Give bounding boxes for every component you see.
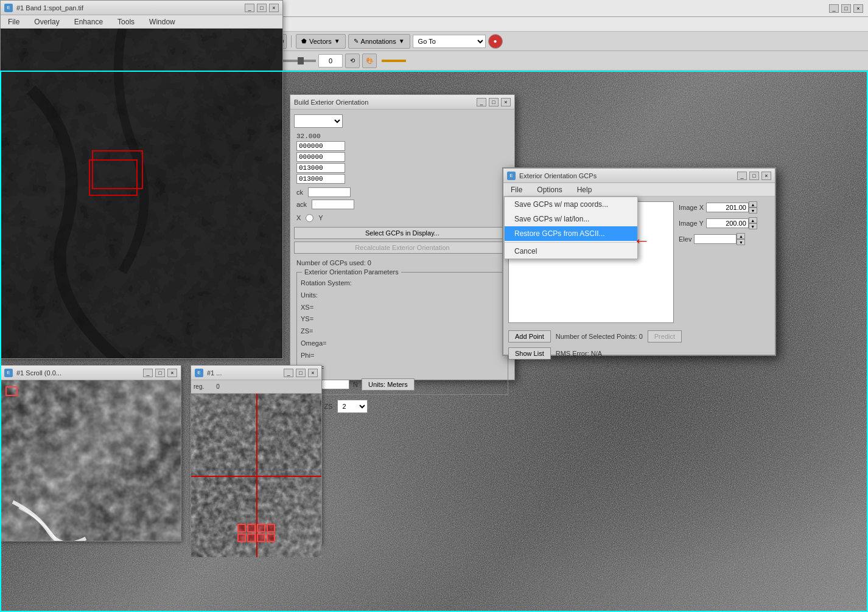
brightness-slider-handle[interactable] [298, 57, 304, 64]
gcp-menu-help[interactable]: Help [575, 184, 595, 195]
zoom-select-bottom[interactable]: 2 [337, 400, 368, 413]
roi-rectangle [89, 159, 138, 196]
gcp-close[interactable]: × [761, 172, 771, 180]
image-x-up[interactable]: ▲ [749, 201, 757, 207]
tb2-btn8[interactable]: ⟲ [345, 54, 360, 68]
zoom-window: E #1 ... _ □ × reg. 0 [191, 365, 322, 544]
profile-btn[interactable]: ● [488, 34, 503, 49]
elev-label: Elev [679, 235, 691, 243]
predict-btn[interactable]: Predict [648, 330, 682, 343]
selected-points-label: Number of Selected Points: 0 [556, 333, 643, 340]
show-list-btn[interactable]: Show List [508, 347, 551, 360]
band1-menu-overlay[interactable]: Overlay [32, 16, 61, 27]
gcp-title-bar: E Exterior Orientation GCPs _ □ × [503, 169, 775, 183]
image-x-label: Image X [679, 204, 704, 211]
phi-label: Phi= [301, 352, 314, 359]
select-gcps-btn[interactable]: Select GCPs in Display... [294, 227, 511, 239]
zoom-image-area [191, 394, 321, 557]
image-x-input[interactable]: 201.00 [706, 203, 749, 212]
add-point-btn[interactable]: Add Point [508, 330, 551, 343]
ys-label: YS= [301, 315, 313, 322]
save-gcps-map-item[interactable]: Save GCPs w/ map coords... [505, 197, 637, 212]
orient-title-bar: Build Exterior Orientation _ □ × [290, 95, 514, 110]
band1-image-area [1, 29, 282, 358]
band1-title-bar: E #1 Band 1:spot_pan.tif _ □ × [1, 1, 282, 15]
orient-maximize[interactable]: □ [489, 98, 499, 106]
radio-label-y: Y [318, 214, 323, 222]
gcp-menu-options[interactable]: Options [534, 184, 564, 195]
vectors-label: Vectors [309, 38, 332, 45]
band1-menu-window[interactable]: Window [147, 16, 178, 27]
ack-label: ack [296, 201, 307, 208]
xs-label: XS= [301, 304, 313, 311]
bottom-zoom-row: XS YS ZS 2 [294, 397, 511, 416]
omega-label: Omega= [301, 339, 327, 347]
input-013000-2[interactable] [296, 174, 345, 184]
zoom-maximize[interactable]: □ [296, 369, 306, 377]
elev-row: Elev ▲ ▼ [679, 233, 770, 245]
elev-down[interactable]: ▼ [737, 239, 745, 245]
ck-row: ck 0.0000 [294, 187, 511, 197]
save-gcps-latlot-item[interactable]: Save GCPs w/ lat/lon... [505, 212, 637, 226]
red-arrow-indicator: ← [633, 231, 650, 251]
scroll-close[interactable]: × [167, 369, 177, 377]
zbox-1 [237, 524, 246, 532]
band1-minimize[interactable]: _ [245, 4, 254, 12]
scroll-minimize[interactable]: _ [143, 369, 153, 377]
band1-close[interactable]: × [269, 4, 279, 12]
radio-label-x: X [296, 214, 301, 222]
brightness-value[interactable]: 0 [318, 54, 343, 68]
zoom-close[interactable]: × [308, 369, 318, 377]
gcp-bottom-row2: Show List RMS Error: N/A [503, 345, 775, 362]
app-close-btn[interactable]: × [853, 4, 863, 13]
gcp-minimize[interactable]: _ [737, 172, 747, 180]
goto-dropdown[interactable]: Go To [413, 35, 486, 48]
annotations-btn[interactable]: ✎ Annotations ▼ [348, 34, 410, 49]
rotation-label: Rotation System: [301, 279, 352, 287]
zoom-minimize[interactable]: _ [284, 369, 293, 377]
restore-gcps-item[interactable]: Restore GCPs from ASCII... [505, 226, 637, 241]
cancel-item[interactable]: Cancel [505, 244, 637, 259]
band1-menu-tools[interactable]: Tools [115, 16, 137, 27]
input-000000-1[interactable] [296, 141, 345, 151]
band1-satellite-view [1, 29, 282, 358]
svg-rect-2 [1, 380, 181, 541]
gcp-dialog: E Exterior Orientation GCPs _ □ × File O… [502, 167, 776, 356]
recalculate-btn[interactable]: Recalculate Exterior Orientation [294, 242, 511, 254]
ack-input[interactable]: 16.8000 [312, 200, 354, 209]
app-maximize-btn[interactable]: □ [841, 4, 851, 13]
zoom-title: #1 ... [207, 369, 222, 377]
orient-close[interactable]: × [501, 98, 511, 106]
image-y-up[interactable]: ▲ [749, 217, 757, 223]
gcp-menu-file[interactable]: File [508, 184, 525, 195]
num-gcps-row: Number of GCPs used: 0 [294, 259, 511, 267]
input-013000-1[interactable] [296, 163, 345, 173]
image-y-input[interactable]: 200.00 [706, 218, 749, 228]
units-meters-btn[interactable]: Units: Meters [362, 378, 415, 391]
input-000000-2[interactable] [296, 152, 345, 162]
image-y-down[interactable]: ▼ [749, 223, 757, 229]
orient-top-row [294, 114, 511, 128]
ck-input[interactable]: 0.0000 [308, 187, 351, 197]
orient-select[interactable] [294, 114, 343, 128]
orient-title: Build Exterior Orientation [294, 99, 368, 106]
radio-y[interactable] [306, 214, 313, 222]
orient-minimize[interactable]: _ [477, 98, 486, 106]
band1-maximize[interactable]: □ [257, 4, 267, 12]
band1-menu-enhance[interactable]: Enhance [72, 16, 105, 27]
scroll-maximize[interactable]: □ [155, 369, 165, 377]
elev-input[interactable] [694, 234, 737, 244]
band1-menu-file[interactable]: File [5, 16, 22, 27]
zoom-red-boxes [237, 524, 275, 542]
zs-label: ZS= [301, 327, 313, 335]
zoom-icon: E [195, 369, 203, 377]
vectors-btn[interactable]: ⬟ Vectors ▼ [296, 34, 346, 49]
elev-up[interactable]: ▲ [737, 233, 745, 239]
tb2-btn9[interactable]: 🎨 [362, 54, 377, 68]
image-x-down[interactable]: ▼ [749, 207, 757, 214]
annotations-icon: ✎ [354, 38, 359, 44]
ext-params-group: Exterior Orientation Parameters Rotation… [296, 272, 508, 395]
image-y-row: Image Y 200.00 ▲ ▼ [679, 217, 770, 229]
app-minimize-btn[interactable]: _ [829, 4, 839, 13]
gcp-maximize[interactable]: □ [749, 172, 759, 180]
